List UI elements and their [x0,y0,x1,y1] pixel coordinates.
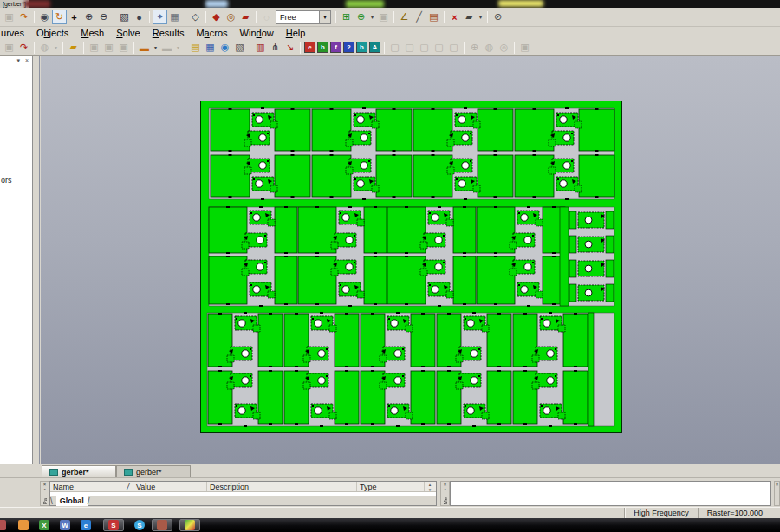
toolbar-separator [256,11,257,23]
monitor-e-field-icon[interactable]: e [304,42,315,53]
dropdown-arrow-icon[interactable]: ▾ [152,40,159,55]
globe-chat-icon[interactable]: ◉ [218,40,232,55]
res5-icon: ▢ [446,40,461,55]
menu-mesh[interactable]: Mesh [75,28,110,38]
globe-view-icon[interactable]: ◉ [37,10,52,24]
parameter-panel-strip: × ▪ Pa [40,481,49,506]
parameter-panel-label: Pa [42,498,48,504]
menu-objects[interactable]: Objects [30,28,75,38]
zoom-out-icon[interactable]: ⊖ [96,10,111,24]
taskbar-ie-icon[interactable]: e [81,520,91,530]
pin-icon[interactable]: ▪ [43,487,45,492]
taskbar-app-partial-icon[interactable] [0,520,6,530]
taskbar-ie-icon[interactable]: e [81,520,91,530]
cube-icon[interactable]: ▧ [232,40,247,55]
taskbar-excel-icon[interactable]: X [39,520,49,530]
taskbar-cst-icon[interactable]: S [108,520,119,530]
measure-angle-icon[interactable]: ∠ [397,10,412,24]
export-doc-icon[interactable]: ▤ [426,10,441,24]
pan-icon[interactable]: + [67,10,81,24]
curve-tool-icon[interactable]: ↷ [16,40,31,55]
taskbar-skype-icon[interactable]: S [134,520,145,530]
monitor-farfield-icon[interactable]: f [330,42,341,53]
toolbar-separator [114,11,114,23]
panel-close-icon[interactable]: ▾ × [16,57,30,64]
zoom-in-icon[interactable]: ⊕ [81,10,96,24]
navigation-tree-panel[interactable]: ▾ × ors [0,56,33,464]
taskbar-cst-icon-button[interactable]: S [103,519,124,531]
probe-arrow-icon[interactable]: ↘ [283,40,297,55]
close-icon[interactable]: × [776,482,779,487]
column-header-type[interactable]: Type [357,482,425,491]
dropdown-arrow-icon[interactable]: ▾ [477,10,484,24]
pin-icon[interactable]: ▪ [444,487,445,492]
taskbar-app2-icon[interactable] [157,520,167,530]
sphere-ring-icon[interactable]: ◎ [224,10,238,24]
red-book-icon[interactable]: ▥ [253,40,268,55]
menu-results[interactable]: Results [146,28,191,38]
combobox-arrow-icon[interactable]: ▾ [319,11,330,23]
pen-red-icon[interactable]: ▰ [238,10,253,24]
taskbar-mail-icon[interactable] [18,520,29,530]
add-cube-icon[interactable]: ⊞ [339,10,354,24]
taskbar-word-icon[interactable]: W [60,520,70,530]
zoom-window-icon[interactable]: ▧ [117,10,132,24]
tab-global[interactable]: Global [56,496,88,506]
column-header-description[interactable]: Description [207,482,357,491]
messages-area[interactable] [450,481,771,506]
parameter-table[interactable]: Name/ValueDescriptionType▴▾ \ Global / [49,481,437,506]
dropdown-arrow-icon[interactable]: ▾ [52,40,60,55]
taskbar-excel-icon[interactable]: X [39,520,49,530]
parameter-table-header[interactable]: Name/ValueDescriptionType▴▾ [50,482,436,492]
taskbar-mail-icon[interactable] [18,520,29,530]
monitor-hfield2-icon[interactable]: h [356,42,367,53]
taskbar-app3-icon[interactable] [179,519,200,531]
pick-point-icon[interactable]: ⌖ [153,10,167,24]
taskbar-app-partial-icon[interactable] [0,520,6,530]
rotate-view-icon[interactable]: ↻ [52,10,67,24]
dropdown-arrow-icon[interactable]: ▾ [368,10,376,24]
menu-help[interactable]: Help [280,28,312,38]
menu-window[interactable]: Window [234,28,280,38]
antenna-icon[interactable]: ⋔ [268,40,283,55]
draw-pen-icon[interactable]: ▰ [462,10,477,24]
tree-item-fragment[interactable]: ors [1,176,12,185]
delete-icon[interactable]: × [447,10,462,24]
taskbar-app3-icon-button[interactable] [179,519,200,531]
pick-edge-icon[interactable]: ╱ [412,10,426,24]
menu-urves[interactable]: urves [0,28,30,38]
doc-tab-0[interactable]: gerber* [42,465,116,477]
taskbar-app3-icon[interactable] [185,520,195,530]
material-icon[interactable]: ▬ [137,40,152,55]
redo-curve-icon[interactable]: ↷ [16,10,31,24]
taskbar-cst-icon[interactable]: S [103,519,124,531]
panel-splitter[interactable] [34,56,40,464]
column-header-value[interactable]: Value [133,482,207,491]
taskbar-word-icon[interactable]: W [60,520,70,530]
add-globe-icon[interactable]: ⊕ [354,10,368,24]
taskbar-app2-icon[interactable] [152,519,172,531]
doc-tab-1[interactable]: gerber* [116,465,191,477]
refresh-icon: ◌ [259,10,274,24]
zoom-disable-icon[interactable]: ⊘ [491,10,505,24]
taskbar-app2-icon-button[interactable] [152,519,172,531]
table-scroll-spinner[interactable]: ▴▾ [425,482,435,491]
column-header-name[interactable]: Name/ [50,482,133,491]
menu-solve[interactable]: Solve [110,28,146,38]
monitor-h-field-icon[interactable]: h [317,42,328,53]
monitor-current-icon[interactable]: A [369,42,380,53]
dropdown-arrow-icon[interactable]: ▾ [174,40,182,55]
menu-macros[interactable]: Macros [190,28,233,38]
taskbar-skype-icon[interactable]: S [134,520,145,530]
brush-icon[interactable]: ◆ [209,10,224,24]
toolbar-separator [464,42,465,54]
image-icon[interactable]: ▦ [203,40,218,55]
grid-icon[interactable]: ▦ [167,10,182,24]
note-icon[interactable]: ▤ [188,40,203,55]
gold-part-icon[interactable]: ▰ [66,40,81,55]
3d-view-canvas[interactable] [41,56,780,464]
monitor-power-icon[interactable]: 2 [343,42,354,53]
sphere-view-icon[interactable]: ● [132,10,146,24]
mode-combobox[interactable]: Free▾ [276,10,331,24]
wireframe-cube-icon[interactable]: ◇ [188,10,203,24]
